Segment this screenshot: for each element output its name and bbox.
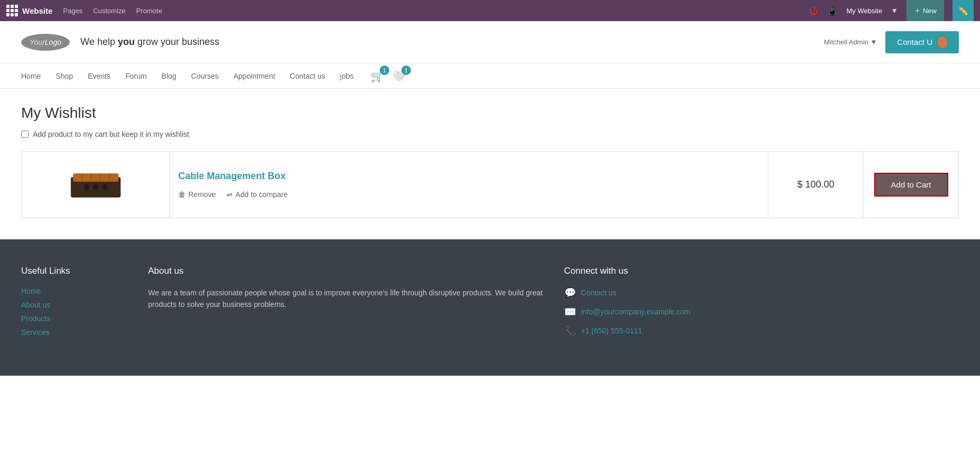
site-footer: Useful Links Home About us Products Serv… — [0, 239, 980, 376]
product-image — [64, 160, 127, 208]
nav-jobs[interactable]: jobs — [340, 72, 354, 80]
connect-email: ✉️ info@yourcompany.example.com — [564, 306, 959, 318]
useful-links-title: Useful Links — [21, 266, 127, 276]
bug-icon[interactable]: 🐞 — [808, 6, 819, 16]
svg-point-8 — [102, 184, 107, 190]
tagline-pre: We help — [80, 36, 118, 47]
main-content: My Wishlist Add product to my cart but k… — [0, 89, 980, 239]
nav-forum[interactable]: Forum — [125, 72, 146, 80]
admin-nav-customize[interactable]: Customize — [93, 7, 125, 15]
footer-link-products[interactable]: Products — [21, 314, 127, 323]
remove-link[interactable]: 🗑 Remove — [178, 190, 216, 199]
nav-blog[interactable]: Blog — [161, 72, 176, 80]
trash-icon: 🗑 — [178, 190, 186, 199]
drop-icon — [938, 36, 947, 48]
tagline-bold: you — [118, 36, 135, 47]
user-name: Mitchell Admin — [824, 38, 868, 46]
keep-in-wishlist-label: Add product to my cart but keep it in my… — [33, 130, 189, 138]
admin-logo-label: Website — [22, 6, 52, 15]
footer-phone-link[interactable]: +1 (650) 555-0111 — [581, 327, 643, 335]
cart-icon-badge[interactable]: 🛒 1 — [371, 70, 384, 82]
chat-icon: 💬 — [564, 287, 576, 299]
connect-phone: 📞 +1 (650) 555-0111 — [564, 325, 959, 337]
footer-link-services[interactable]: Services — [21, 328, 127, 337]
remove-label: Remove — [188, 190, 216, 199]
nav-courses[interactable]: Courses — [191, 72, 218, 80]
new-label: New — [923, 7, 937, 15]
footer-connect: Connect with us 💬 Contact us ✉️ info@you… — [564, 266, 959, 344]
footer-useful-links: Useful Links Home About us Products Serv… — [21, 266, 127, 344]
product-image-cell — [22, 152, 170, 218]
site-header: YourLogo We help you grow your business … — [0, 21, 980, 63]
tagline: We help you grow your business — [80, 36, 219, 48]
footer-contact-link[interactable]: Contact us — [581, 288, 617, 297]
compare-label: Add to compare — [235, 190, 288, 199]
new-button[interactable]: ＋ New — [906, 0, 944, 21]
admin-nav-promote[interactable]: Promote — [136, 7, 162, 15]
wishlist-option: Add product to my cart but keep it in my… — [21, 130, 959, 138]
compare-link[interactable]: ⇌ Add to compare — [226, 190, 288, 199]
site-logo[interactable]: YourLogo — [21, 34, 70, 51]
admin-bar: Website Pages Customize Promote 🐞 📱 My W… — [0, 0, 980, 21]
product-info-cell: Cable Management Box 🗑 Remove ⇌ Add to c… — [170, 152, 768, 218]
footer-link-home[interactable]: Home — [21, 287, 127, 295]
add-to-cart-button[interactable]: Add to Cart — [874, 173, 948, 197]
cart-count: 1 — [380, 66, 389, 75]
compare-icon: ⇌ — [226, 190, 233, 199]
wishlist-count: 1 — [401, 66, 411, 75]
connect-title: Connect with us — [564, 266, 959, 276]
phone-icon: 📞 — [564, 325, 576, 337]
footer-grid: Useful Links Home About us Products Serv… — [21, 266, 959, 344]
footer-about: About us We are a team of passionate peo… — [148, 266, 543, 344]
nav-shop[interactable]: Shop — [56, 72, 73, 80]
nav-home[interactable]: Home — [21, 72, 41, 80]
connect-contact: 💬 Contact us — [564, 287, 959, 299]
svg-rect-1 — [73, 173, 118, 181]
wishlist-icon-badge[interactable]: 🤍 1 — [392, 70, 406, 82]
admin-nav-pages[interactable]: Pages — [63, 7, 83, 15]
footer-link-about[interactable]: About us — [21, 301, 127, 309]
email-icon: ✉️ — [564, 306, 576, 318]
mobile-icon[interactable]: 📱 — [827, 6, 838, 16]
grid-icon — [6, 5, 18, 16]
edit-button[interactable]: ✏️ — [952, 0, 974, 21]
footer-email-link[interactable]: info@yourcompany.example.com — [581, 308, 691, 316]
nav-contact[interactable]: Contact us — [290, 72, 325, 80]
product-name[interactable]: Cable Management Box — [178, 171, 759, 182]
table-row: Cable Management Box 🗑 Remove ⇌ Add to c… — [22, 152, 959, 218]
site-nav: Home Shop Events Forum Blog Courses Appo… — [0, 63, 980, 89]
svg-point-7 — [93, 184, 98, 190]
my-website-dropdown[interactable]: My Website — [846, 7, 882, 15]
svg-point-6 — [84, 184, 89, 190]
product-actions: 🗑 Remove ⇌ Add to compare — [178, 190, 759, 199]
page-title: My Wishlist — [21, 105, 959, 122]
product-price: $ 100.00 — [797, 179, 834, 190]
about-title: About us — [148, 266, 543, 276]
tagline-post: grow your business — [135, 36, 219, 47]
nav-events[interactable]: Events — [88, 72, 111, 80]
keep-in-wishlist-checkbox[interactable] — [21, 131, 29, 138]
admin-logo[interactable]: Website — [6, 5, 52, 16]
contact-btn-label: Contact U — [897, 38, 932, 46]
new-icon: ＋ — [914, 6, 921, 15]
price-cell: $ 100.00 — [768, 152, 864, 218]
nav-appointment[interactable]: Appointment — [234, 72, 276, 80]
add-to-cart-cell: Add to Cart — [864, 152, 959, 218]
contact-button[interactable]: Contact U — [885, 31, 959, 53]
about-text: We are a team of passionate people whose… — [148, 287, 543, 311]
user-dropdown[interactable]: Mitchell Admin ▼ — [824, 38, 877, 46]
wishlist-table: Cable Management Box 🗑 Remove ⇌ Add to c… — [21, 151, 959, 218]
